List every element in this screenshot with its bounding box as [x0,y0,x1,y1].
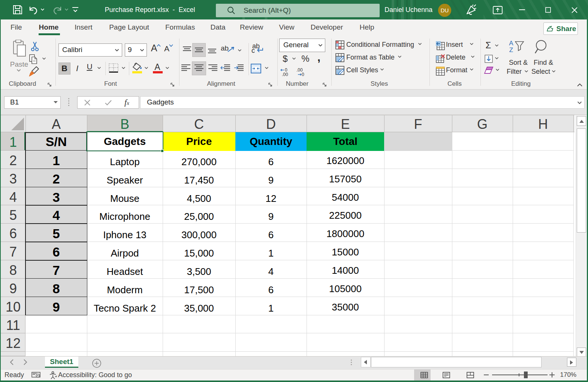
svg-text:0: 0 [302,72,304,77]
svg-text:.00: .00 [282,72,288,77]
